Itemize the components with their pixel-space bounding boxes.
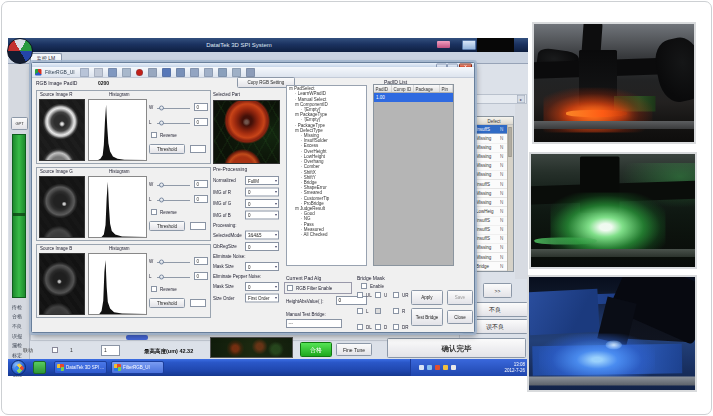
defect-row[interactable]: MissingN — [475, 189, 507, 198]
preprocess-dropdown[interactable]: 0▾ — [245, 242, 279, 251]
reverse-checkbox[interactable] — [151, 209, 157, 215]
l-slider[interactable] — [157, 123, 190, 124]
export-icon[interactable] — [122, 68, 131, 77]
w-slider[interactable] — [157, 262, 190, 263]
defect-row[interactable]: MissingN — [475, 162, 507, 171]
palette-icon[interactable] — [232, 68, 241, 77]
save-disk-icon[interactable] — [108, 68, 117, 77]
open-folder-icon[interactable] — [94, 68, 103, 77]
link-checkbox[interactable] — [52, 347, 58, 353]
preprocess-dropdown[interactable]: 0▾ — [245, 199, 279, 208]
bridge-mask-checkbox[interactable] — [375, 324, 381, 330]
enable-checkbox[interactable] — [361, 283, 367, 289]
bridge-mask-checkbox[interactable] — [375, 308, 381, 314]
preprocess-dropdown[interactable]: 0▾ — [245, 211, 279, 220]
threshold-value-input[interactable] — [190, 222, 206, 230]
rgb-filter-checkbox[interactable] — [287, 285, 293, 291]
more-button[interactable]: >> — [483, 283, 512, 298]
bridge-mask-checkbox[interactable] — [357, 324, 363, 330]
left-panel-label[interactable]: 不良 — [9, 321, 30, 331]
defect-row[interactable]: InsuffSN — [475, 235, 507, 244]
w-value-input[interactable]: 0 — [194, 257, 208, 265]
defect-row[interactable]: MissingN — [475, 171, 507, 180]
left-panel-label[interactable]: 合格 — [9, 312, 30, 322]
pad-table-selected-row[interactable]: 1.00 — [374, 93, 453, 102]
preprocess-dropdown[interactable]: 3&4&5▾ — [245, 231, 279, 240]
reverse-checkbox[interactable] — [151, 286, 157, 292]
confirm-button[interactable]: 确认完毕 — [387, 338, 526, 358]
threshold-button[interactable]: Threshold — [149, 298, 185, 308]
slider-knob[interactable] — [159, 260, 164, 265]
tree-item[interactable]: · All Checked — [287, 232, 366, 237]
bridge-mask-checkbox[interactable] — [393, 324, 399, 330]
w-value-input[interactable]: 0 — [194, 103, 208, 111]
defect-row[interactable]: MissingN — [475, 244, 507, 253]
update-icon[interactable] — [443, 365, 448, 370]
new-doc-icon[interactable] — [80, 68, 89, 77]
help-icon[interactable] — [246, 68, 255, 77]
image-view-icon[interactable] — [176, 68, 185, 77]
start-button[interactable] — [11, 360, 26, 375]
measure-icon[interactable] — [204, 68, 213, 77]
defect-row[interactable]: LowHeigN — [475, 207, 507, 216]
close-dialog-button[interactable]: Close — [447, 310, 473, 324]
threshold-value-input[interactable] — [190, 145, 206, 153]
taskbar-item-dialog[interactable]: FilterRGB_UI — [111, 361, 164, 374]
pass-button[interactable]: 合格 — [300, 342, 332, 357]
preprocess-dropdown[interactable]: First Order▾ — [245, 294, 279, 303]
defect-row[interactable]: InsuffSN — [475, 180, 507, 189]
quick-launch-icon[interactable] — [33, 361, 46, 374]
taskbar-item-main-app[interactable]: DataiTek 3D SPI ... — [54, 361, 107, 374]
network-icon[interactable] — [427, 365, 432, 370]
slider-knob[interactable] — [159, 121, 164, 126]
l-slider[interactable] — [157, 200, 190, 201]
bridge-mask-checkbox[interactable] — [357, 292, 363, 298]
layout-icon[interactable] — [190, 68, 199, 77]
left-panel-label[interactable]: 待检 — [9, 302, 30, 312]
l-slider[interactable] — [157, 277, 190, 278]
fine-tune-button[interactable]: Fine Tune — [336, 343, 372, 356]
w-slider[interactable] — [157, 108, 190, 109]
preprocess-dropdown[interactable]: 0▾ — [245, 282, 279, 291]
threshold-button[interactable]: Threshold — [149, 221, 185, 231]
defect-row[interactable]: BridgeN — [475, 262, 507, 271]
defect-row[interactable]: MissingN — [475, 253, 507, 262]
pad-table-header[interactable]: Comp ID — [392, 85, 414, 93]
defect-row[interactable]: InsuffSN — [475, 216, 507, 225]
apply-button[interactable]: Apply — [411, 290, 443, 305]
defect-row[interactable]: MissingN — [475, 143, 507, 152]
pad-table-header[interactable]: Package — [414, 85, 440, 93]
defect-row[interactable]: MissingN — [475, 134, 507, 143]
left-panel-label[interactable]: 误报 — [9, 331, 30, 341]
left-panel-button[interactable]: GPT — [11, 117, 28, 130]
defect-table-scrollbar[interactable] — [507, 125, 513, 271]
bridge-mask-checkbox[interactable] — [375, 292, 381, 298]
pad-table-header[interactable]: Pin — [440, 85, 453, 93]
antivirus-icon[interactable] — [435, 365, 440, 370]
l-value-input[interactable]: 0 — [194, 272, 208, 280]
count-input[interactable]: 1 — [101, 345, 120, 356]
scrollbar-thumb[interactable] — [509, 127, 512, 157]
titlebar-button[interactable] — [462, 40, 476, 50]
save-button[interactable]: Save — [447, 290, 473, 305]
pad-table-header[interactable]: PadID — [374, 85, 392, 93]
preprocess-dropdown[interactable]: 0▾ — [245, 262, 279, 271]
reverse-checkbox[interactable] — [151, 132, 157, 138]
language-icon[interactable] — [451, 365, 456, 370]
defect-row[interactable]: MissingN — [475, 152, 507, 161]
threshold-button[interactable]: Threshold — [149, 144, 185, 154]
bridge-mask-checkbox[interactable] — [357, 308, 363, 314]
test-bridge-button[interactable]: Test Bridge — [411, 308, 443, 326]
horizontal-scrollbar-thumb[interactable] — [126, 335, 148, 340]
preprocess-dropdown[interactable]: 0▾ — [245, 188, 279, 197]
camera-icon[interactable] — [148, 68, 157, 77]
slider-knob[interactable] — [159, 183, 164, 188]
bridge-mask-checkbox[interactable] — [393, 292, 399, 298]
threshold-value-input[interactable] — [190, 299, 206, 307]
defect-row[interactable]: MissingN — [475, 198, 507, 207]
manual-test-bridge-input[interactable]: --- — [286, 319, 342, 328]
wrench-icon[interactable] — [218, 68, 227, 77]
record-icon[interactable] — [136, 69, 143, 76]
l-value-input[interactable]: 0 — [194, 118, 208, 126]
bridge-mask-checkbox[interactable] — [393, 308, 399, 314]
